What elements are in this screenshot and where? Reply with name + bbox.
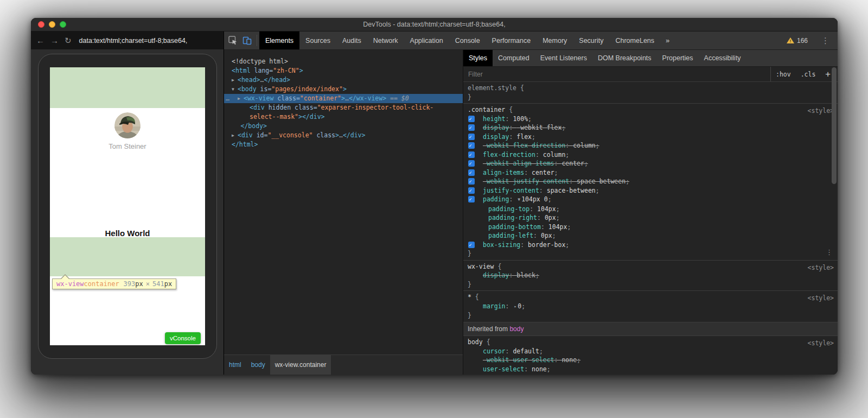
back-button[interactable]: ← xyxy=(36,36,44,45)
expand-arrow-icon: ▶ xyxy=(232,75,238,85)
vconsole-button[interactable]: vConsole xyxy=(165,332,201,344)
title-bar: DevTools - data:text/html;charset=utf-8;… xyxy=(31,18,838,31)
styles-filter-row: :hov .cls + xyxy=(463,67,838,82)
css-declaration[interactable]: padding: ▼104px 0; xyxy=(463,195,838,205)
pseudo-state-toggle[interactable]: :hov xyxy=(770,67,796,81)
style-rule--container: .container {<style>height: 100%;display:… xyxy=(463,104,838,261)
shorthand-expander-icon[interactable]: ▸ xyxy=(514,304,516,309)
dom-tree-line[interactable]: ▶<div id="__vconsole" class>…</div> xyxy=(224,131,463,140)
declaration-checkbox[interactable] xyxy=(468,178,475,185)
devtools-tab-network[interactable]: Network xyxy=(367,31,404,49)
class-toggle[interactable]: .cls xyxy=(796,67,821,81)
declaration-checkbox[interactable] xyxy=(468,142,475,149)
shorthand-expander-icon[interactable]: ▼ xyxy=(518,197,520,202)
device-toolbar-icon[interactable] xyxy=(242,36,252,45)
css-declaration[interactable]: box-sizing: border-box; xyxy=(463,240,838,250)
inspect-overlay-tooltip: wx-viewcontainer393px×541px xyxy=(52,278,176,289)
devtools-tab-memory[interactable]: Memory xyxy=(537,31,573,49)
kebab-menu[interactable]: ⋮ xyxy=(818,36,833,46)
devtools-tab-sources[interactable]: Sources xyxy=(299,31,336,49)
rule-selector[interactable]: .container { xyxy=(463,105,838,115)
declaration-checkbox[interactable] xyxy=(468,151,475,158)
styles-tab-computed[interactable]: Computed xyxy=(493,50,535,66)
css-declaration[interactable]: display: flex; xyxy=(463,132,838,142)
rule-kebab-menu[interactable]: ⋮ xyxy=(826,248,833,257)
devtools-tab-bar: ElementsSourcesAuditsNetworkApplicationC… xyxy=(259,31,660,49)
css-declaration[interactable]: -webkit-justify-content: space-between; xyxy=(463,177,838,186)
dom-tree-line[interactable]: <div hidden class="exparser-inspector-to… xyxy=(224,103,463,112)
styles-tab-event-listeners[interactable]: Event Listeners xyxy=(535,50,592,66)
css-declaration[interactable]: -webkit-touch-callout: none; xyxy=(463,373,838,375)
green-band-bottom xyxy=(50,237,205,276)
inherited-from-link[interactable]: body xyxy=(509,325,524,333)
zoom-button[interactable] xyxy=(60,21,66,28)
rule-close-brace: } xyxy=(463,311,838,320)
styles-tab-properties[interactable]: Properties xyxy=(657,50,699,66)
declaration-checkbox[interactable] xyxy=(468,134,475,140)
rule-selector[interactable]: element.style { xyxy=(463,84,838,93)
styles-tab-accessibility[interactable]: Accessibility xyxy=(699,50,746,66)
traffic-lights xyxy=(38,21,66,28)
dom-tree-line[interactable]: select--mask"></div> xyxy=(224,112,463,122)
css-declaration[interactable]: justify-content: space-between; xyxy=(463,186,838,195)
devtools-tab-performance[interactable]: Performance xyxy=(486,31,537,49)
declaration-checkbox[interactable] xyxy=(468,196,475,202)
declaration-checkbox[interactable] xyxy=(468,124,475,131)
css-declaration[interactable]: height: 100%; xyxy=(463,115,838,124)
dom-tree-line[interactable]: </html> xyxy=(224,140,463,149)
dom-tree-line[interactable]: </body> xyxy=(224,122,463,131)
inspect-element-icon[interactable] xyxy=(228,36,238,45)
declaration-checkbox[interactable] xyxy=(468,187,475,194)
css-declaration[interactable]: -webkit-flex-direction: column; xyxy=(463,141,838,150)
devtools-tab-console[interactable]: Console xyxy=(449,31,486,49)
browser-navbar: ← → ↻ data:text/html;charset=utf-8;base6… xyxy=(31,31,224,49)
styles-tab-styles[interactable]: Styles xyxy=(463,50,493,66)
more-tabs-chevron[interactable]: » xyxy=(660,31,675,49)
declaration-checkbox[interactable] xyxy=(468,242,475,248)
devtools-tab-security[interactable]: Security xyxy=(573,31,609,49)
forward-button[interactable]: → xyxy=(50,36,59,45)
breadcrumb-html[interactable]: html xyxy=(224,355,246,375)
styles-tab-dom-breakpoints[interactable]: DOM Breakpoints xyxy=(592,50,657,66)
devtools-toolbar: ElementsSourcesAuditsNetworkApplicationC… xyxy=(224,31,838,50)
url-text[interactable]: data:text/html;charset=utf-8;base64, xyxy=(79,37,188,45)
css-declaration[interactable]: padding-left: 0px; xyxy=(463,231,838,240)
css-declaration[interactable]: -webkit-align-items: center; xyxy=(463,159,838,168)
css-declaration[interactable]: flex-direction: column; xyxy=(463,150,838,160)
warning-icon xyxy=(787,37,794,43)
dom-tree-line[interactable]: ▼<body is="pages/index/index"> xyxy=(224,85,463,94)
style-rule--: * {<style>margin: ▸0;} xyxy=(463,291,838,322)
css-declaration[interactable]: -webkit-user-select: none; xyxy=(463,356,838,365)
css-declaration[interactable]: display: block; xyxy=(463,271,838,280)
devtools-tab-application[interactable]: Application xyxy=(404,31,449,49)
rule-selector[interactable]: wx-view { xyxy=(463,262,838,271)
dom-tree-line[interactable]: ▶<head>…</head> xyxy=(224,75,463,85)
minimize-button[interactable] xyxy=(49,21,55,28)
filter-input[interactable] xyxy=(463,71,770,78)
rule-selector[interactable]: body { xyxy=(463,338,838,347)
dom-tree-line[interactable]: <!doctype html> xyxy=(224,57,463,66)
css-declaration[interactable]: align-items: center; xyxy=(463,168,838,178)
devtools-tab-elements[interactable]: Elements xyxy=(259,31,299,49)
reload-button[interactable]: ↻ xyxy=(65,36,72,45)
dom-tree-line[interactable]: …▶<wx-view class="container">…</wx-view>… xyxy=(224,94,463,103)
devtools-tab-chromelens[interactable]: ChromeLens xyxy=(609,31,660,49)
declaration-checkbox[interactable] xyxy=(468,116,475,122)
declaration-checkbox[interactable] xyxy=(468,160,475,167)
warning-badge[interactable]: 166 xyxy=(781,37,813,45)
rule-selector[interactable]: * { xyxy=(463,293,838,302)
css-declaration[interactable]: padding-top: 104px; xyxy=(463,205,838,214)
css-declaration[interactable]: margin: ▸0; xyxy=(463,302,838,312)
devtools-tab-audits[interactable]: Audits xyxy=(336,31,367,49)
breadcrumb-wx-view-container[interactable]: wx-view.container xyxy=(270,355,331,375)
css-declaration[interactable]: cursor: default; xyxy=(463,347,838,356)
dom-tree-line[interactable]: <html lang="zh-CN"> xyxy=(224,66,463,75)
css-declaration[interactable]: padding-right: 0px; xyxy=(463,213,838,223)
close-button[interactable] xyxy=(38,21,44,28)
styles-scrollbar[interactable] xyxy=(832,67,837,184)
css-declaration[interactable]: display: -webkit-flex; xyxy=(463,123,838,132)
css-declaration[interactable]: padding-bottom: 104px; xyxy=(463,223,838,232)
declaration-checkbox[interactable] xyxy=(468,169,475,176)
breadcrumb-body[interactable]: body xyxy=(246,355,270,375)
css-declaration[interactable]: user-select: none; xyxy=(463,365,838,374)
